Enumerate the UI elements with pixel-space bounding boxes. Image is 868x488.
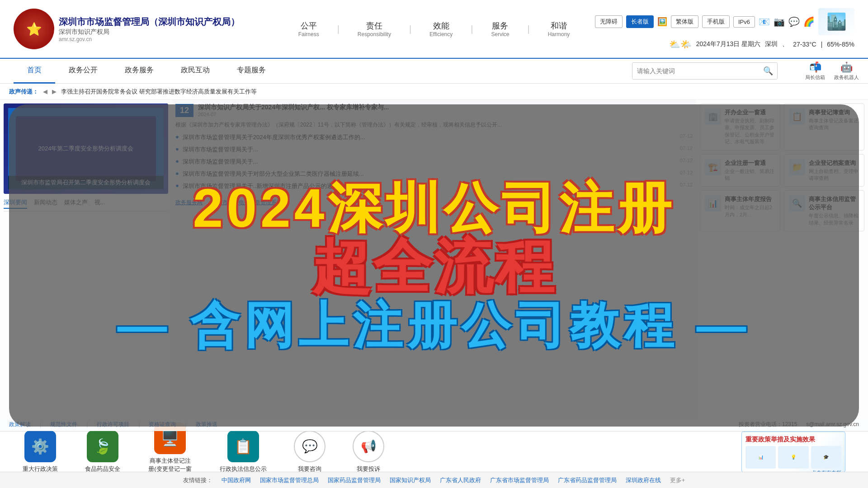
- logo-title: 深圳市市场监督管理局（深圳市知识产权局）: [59, 15, 240, 28]
- overlay-line3: — 含网上注册公司教程 —: [117, 300, 750, 350]
- bottom-icon-4[interactable]: 💬 我要咨询: [294, 431, 326, 473]
- nav-home[interactable]: 首页: [14, 59, 55, 84]
- logo-icon: ⭐: [14, 9, 54, 49]
- logo-area: ⭐ 深圳市市场监督管理局（深圳市知识产权局） 深圳市知识产权局 amr.sz.g…: [14, 9, 240, 49]
- ticker-label: 政声传递：: [9, 88, 38, 96]
- robot-icon: 🤖: [840, 61, 853, 73]
- banner-img-3: 🎓: [811, 446, 841, 469]
- humidity-display: 65%-85%: [827, 41, 854, 48]
- nav-right-icons: 📬 局长信箱 🤖 政务机器人: [805, 61, 859, 81]
- value-efficiency: 效能 Efficiency: [429, 20, 453, 38]
- nav-juzhang-inbox[interactable]: 📬 局长信箱: [805, 61, 825, 81]
- ipv6-button[interactable]: IPv6: [733, 16, 755, 28]
- ticker-next[interactable]: ▶: [52, 88, 57, 95]
- wechat-icon[interactable]: 💬: [788, 16, 800, 27]
- footer-link-6[interactable]: 广东省药品监督管理局: [558, 476, 617, 484]
- banner-img-2: 💡: [778, 446, 808, 469]
- footer-link-2[interactable]: 国家药品监督管理局: [328, 476, 381, 484]
- bottom-icon-5[interactable]: 📢 我要投诉: [353, 431, 384, 473]
- nav-bar: 首页 政务公开 政务服务 政民互动 专题服务 🔍 📬 局长信箱 🤖 政务机器人: [0, 59, 868, 84]
- fantizi-button[interactable]: 繁体版: [671, 15, 698, 28]
- bottom-icon-1[interactable]: 🍃 食品药品安全: [85, 431, 120, 473]
- nav-zhengwufuwu[interactable]: 政务服务: [111, 59, 167, 84]
- news-ticker: 政声传递： ◀ ▶ 李强主持召开国务院常务会议 研究部署推进数字经济高质量发展有…: [0, 84, 868, 100]
- consult-icon: 💬: [294, 431, 326, 462]
- complaint-icon: 📢: [353, 431, 384, 462]
- search-button[interactable]: 🔍: [759, 63, 777, 79]
- nav-zhengwugongkai[interactable]: 政务公开: [55, 59, 111, 84]
- rainbow-icon: 🌈: [803, 16, 815, 27]
- core-values: 公平 Fairness | 责任 Responsibility | 效能 Eff…: [298, 20, 570, 38]
- temp-display: 27-33°C: [793, 41, 816, 48]
- footer-link-7[interactable]: 深圳政府在线: [626, 476, 661, 484]
- bottom-icon-0[interactable]: ⚙️ 重大行政决策: [23, 431, 58, 473]
- weather-info: ⛅🌤️ 2024年7月13日 星期六 深圳、 27-33°C | 65%-85%: [669, 39, 854, 50]
- laoren-button[interactable]: 长者版: [626, 15, 654, 28]
- banner-mini-row: 📊 💡 🎓: [745, 446, 841, 469]
- nav-robot[interactable]: 🤖 政务机器人: [834, 61, 859, 81]
- weather-icon: ⛅🌤️: [669, 39, 692, 50]
- nav-zhuantifuwu[interactable]: 专题服务: [223, 59, 279, 84]
- nav-zhengminhudong[interactable]: 政民互动: [167, 59, 223, 84]
- footer-more[interactable]: 更多+: [670, 476, 685, 484]
- admin-decision-icon: ⚙️: [24, 431, 56, 462]
- footer-link-0[interactable]: 中国政府网: [222, 476, 251, 484]
- search-area: 🔍: [632, 62, 778, 80]
- logo-text-block: 深圳市市场监督管理局（深圳市知识产权局） 深圳市知识产权局 amr.sz.gov…: [59, 15, 240, 42]
- main-area: 政声传递： ◀ ▶ 李强主持召开国务院常务会议 研究部署推进数字经济高质量发展有…: [0, 84, 868, 488]
- accessibility-buttons: 无障碍 长者版 🖼️ 繁体版 手机版 IPv6 📧 📷 💬 🌈 🏙️: [595, 8, 854, 35]
- bottom-icons-section: ⚙️ 重大行政决策 🍃 食品药品安全 🖥️ 商事主体登记注册(变更登记一窗通) …: [0, 431, 868, 472]
- shoujiban-button[interactable]: 手机版: [702, 15, 730, 28]
- footer-link-1[interactable]: 国家市场监督管理总局: [260, 476, 319, 484]
- building-image: 🏙️: [818, 8, 854, 35]
- search-input[interactable]: [632, 63, 759, 79]
- footer-link-3[interactable]: 国家知识产权局: [390, 476, 431, 484]
- logo-url: amr.sz.gov.cn: [59, 36, 240, 42]
- banner-img-1: 📊: [745, 446, 776, 469]
- value-fairness: 公平 Fairness: [298, 20, 319, 38]
- food-safety-icon: 🍃: [87, 431, 118, 462]
- wuzhangai-button[interactable]: 无障碍: [595, 15, 623, 28]
- inbox-icon: 📬: [809, 61, 821, 73]
- overlay-line1: 2024深圳公司注册: [193, 181, 675, 235]
- date-display: 2024年7月13日 星期六: [696, 40, 760, 48]
- top-right: 无障碍 长者版 🖼️ 繁体版 手机版 IPv6 📧 📷 💬 🌈 🏙️ ⛅🌤️ 2…: [595, 8, 854, 50]
- value-service: 服务 Service: [491, 20, 509, 38]
- law-enforcement-icon: 📋: [227, 431, 259, 462]
- location-display: 深圳: [765, 40, 778, 48]
- logo-subtitle: 深圳市知识产权局: [59, 28, 240, 36]
- banner-right[interactable]: 重要政策举措及实施效果 📊 💡 🎓 点击有有专栏: [741, 432, 845, 472]
- ticker-text: 李强主持召开国务院常务会议 研究部署推进数字经济高质量发展有关工作等: [61, 88, 257, 96]
- value-responsibility: 责任 Responsibility: [358, 20, 391, 38]
- video-overlay: 2024深圳公司注册 超全流程 — 含网上注册公司教程 —: [9, 104, 859, 427]
- overlay-line2: 超全流程: [312, 237, 556, 296]
- image-icon: 🖼️: [657, 17, 667, 27]
- bottom-icon-3[interactable]: 📋 行政执法信息公示: [220, 431, 267, 473]
- camera-icon[interactable]: 📷: [774, 16, 785, 27]
- footer-links: 友情链接： 中国政府网 国家市场监督管理总局 国家药品监督管理局 国家知识产权局…: [0, 472, 868, 488]
- footer-label: 友情链接：: [183, 476, 212, 484]
- email-icon[interactable]: 📧: [759, 16, 770, 27]
- top-bar: ⭐ 深圳市市场监督管理局（深圳市知识产权局） 深圳市知识产权局 amr.sz.g…: [0, 0, 868, 59]
- footer-link-4[interactable]: 广东省人民政府: [440, 476, 481, 484]
- value-harmony: 和谐 Harmony: [548, 20, 570, 38]
- footer-link-5[interactable]: 广东省市场监督管理局: [490, 476, 549, 484]
- ticker-prev[interactable]: ◀: [43, 88, 47, 95]
- banner-title: 重要政策举措及实施效果: [745, 436, 841, 444]
